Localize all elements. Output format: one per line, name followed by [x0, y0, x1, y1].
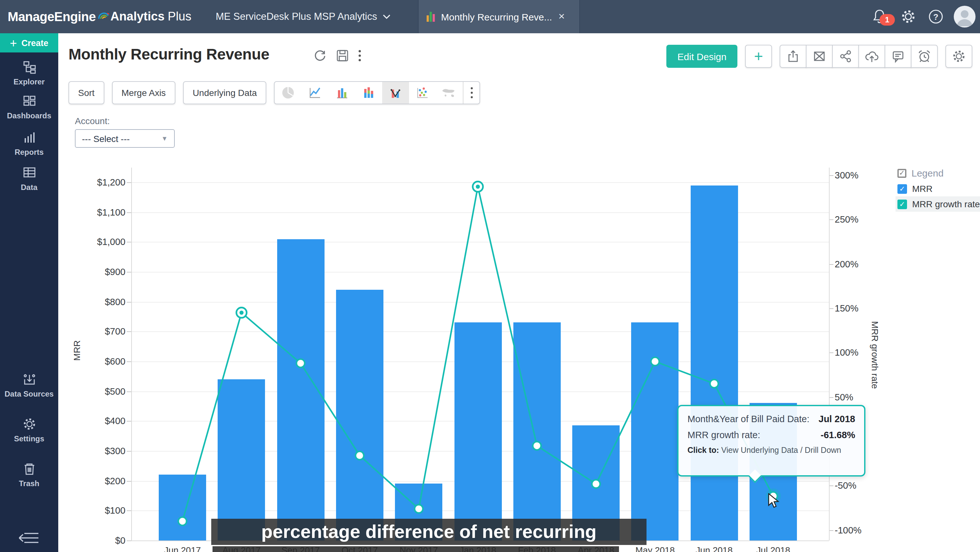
tick-mark — [127, 451, 131, 452]
tick-mark — [127, 421, 131, 422]
tab-monthly-recurring-revenue[interactable]: Monthly Recurring Reve... × — [418, 0, 580, 33]
chevron-down-icon — [383, 14, 390, 19]
sidebar: + Create Explorer Dashboards Reports — [0, 33, 58, 552]
help-icon: ? — [928, 8, 944, 25]
chart-tooltip: Month&Year of Bill Paid Date: Jul 2018 M… — [677, 405, 865, 476]
tooltip-row2-value: -61.68% — [821, 430, 855, 440]
subtitle-bar-2 — [213, 546, 619, 552]
data-table-icon — [21, 165, 37, 180]
tick-mark — [829, 486, 834, 487]
y-axis-tick-left: $800 — [74, 297, 126, 307]
tick-mark — [127, 272, 131, 273]
legend-item-mrr[interactable]: ✓ MRR — [896, 181, 980, 197]
growth-point-center[interactable] — [239, 311, 243, 315]
help-button[interactable]: ? — [928, 0, 944, 33]
sidebar-item-trash[interactable]: Trash — [0, 461, 58, 488]
y-axis-tick-left: $100 — [74, 506, 126, 516]
sidebar-item-explorer[interactable]: Explorer — [0, 59, 58, 86]
y-axis-line-right — [829, 168, 830, 541]
brand-analytics: Analytics — [110, 10, 164, 24]
y-axis-tick-left: $600 — [74, 356, 126, 366]
data-sources-icon — [21, 372, 37, 387]
brand-manageengine: ManageEngine — [8, 9, 96, 24]
collapse-arrow-icon — [18, 531, 40, 545]
growth-point[interactable] — [710, 380, 718, 388]
dashboards-icon — [21, 94, 37, 109]
reports-icon — [21, 130, 37, 145]
y-axis-tick-left: $300 — [74, 446, 126, 456]
y-axis-tick-left: $400 — [74, 416, 126, 426]
y-axis-tick-right: 100% — [835, 347, 873, 358]
legend-title: Legend — [912, 168, 943, 178]
tooltip-row1-label: Month&Year of Bill Paid Date: — [687, 414, 810, 424]
sidebar-item-reports[interactable]: Reports — [0, 130, 58, 157]
y-axis-tick-right: -50% — [835, 481, 873, 491]
admin-settings-button[interactable] — [900, 0, 916, 33]
growth-point[interactable] — [592, 480, 600, 488]
brand-plus: Plus — [168, 10, 191, 24]
user-avatar[interactable] — [954, 0, 975, 33]
create-button[interactable]: + Create — [0, 33, 58, 52]
tick-mark — [127, 391, 131, 392]
y-axis-tick-right: -100% — [835, 525, 873, 535]
tick-mark — [829, 530, 834, 531]
tick-mark — [127, 511, 131, 511]
mrr-growth-checkbox[interactable]: ✓ — [897, 199, 907, 209]
y-axis-tick-right: 200% — [835, 259, 873, 269]
tick-mark — [127, 301, 131, 302]
sidebar-item-settings[interactable]: Settings — [0, 416, 58, 443]
y-axis-tick-left: $1,100 — [74, 207, 126, 217]
growth-point[interactable] — [296, 359, 305, 368]
tick-mark — [127, 182, 131, 183]
legend-item-mrr-growth[interactable]: ✓ MRR growth rate — [896, 197, 980, 212]
y-axis-tick-left: $900 — [74, 267, 126, 277]
sidebar-item-dashboards[interactable]: Dashboards — [0, 94, 58, 120]
growth-point[interactable] — [533, 442, 541, 450]
tab-close-icon[interactable]: × — [558, 10, 565, 23]
svg-text:?: ? — [933, 12, 939, 22]
y-axis-tick-right: 300% — [835, 170, 873, 180]
tick-mark — [829, 397, 834, 398]
growth-point-center[interactable] — [476, 184, 480, 189]
app-window: $1,200$1,100$1,000$900$800$700$600$500$4… — [0, 0, 980, 552]
settings-gear-icon — [21, 416, 37, 432]
growth-point[interactable] — [178, 517, 186, 525]
legend-toggle[interactable]: ✓ Legend — [896, 165, 980, 181]
explorer-icon — [21, 59, 37, 75]
brand-logo[interactable]: ManageEngine Analytics Plus — [8, 0, 191, 33]
x-axis-label: May 2018 — [626, 545, 684, 552]
sidebar-item-data[interactable]: Data — [0, 165, 58, 192]
tick-mark — [127, 362, 131, 362]
legend-checkbox[interactable]: ✓ — [897, 168, 907, 178]
plus-icon: + — [10, 37, 17, 49]
sidebar-item-data-sources[interactable]: Data Sources — [0, 372, 58, 398]
growth-point[interactable] — [356, 451, 364, 460]
tick-mark — [829, 264, 834, 265]
mrr-checkbox[interactable]: ✓ — [897, 184, 907, 194]
manageengine-swoosh-icon — [97, 10, 110, 23]
tick-mark — [829, 219, 834, 220]
gear-icon — [900, 8, 916, 25]
workspace-switcher[interactable]: ME ServiceDesk Plus MSP Analytics — [216, 0, 390, 33]
growth-point[interactable] — [651, 357, 659, 366]
x-axis-label: Jul 2018 — [744, 545, 803, 552]
bar-chart-icon — [426, 11, 435, 22]
tooltip-footer[interactable]: Click to: View Underlying Data / Drill D… — [687, 446, 855, 455]
mrr-growth-line-series — [131, 168, 829, 541]
y-axis-tick-left: $700 — [74, 327, 126, 337]
tick-mark — [127, 242, 131, 243]
top-bar: ManageEngine Analytics Plus ME ServiceDe… — [0, 0, 980, 33]
tick-mark — [127, 541, 131, 541]
tick-mark — [127, 332, 131, 332]
y-axis-tick-left: $1,000 — [74, 237, 126, 247]
y-axis-tick-right: 250% — [835, 214, 873, 225]
y-axis-tick-left: $200 — [74, 476, 126, 486]
avatar — [954, 6, 975, 27]
y-axis-tick-right: 50% — [835, 392, 873, 402]
tick-mark — [829, 353, 834, 354]
x-axis-label: Jun 2018 — [684, 545, 743, 552]
mouse-cursor — [767, 493, 781, 509]
collapse-sidebar-button[interactable] — [18, 531, 40, 545]
notifications-button[interactable]: 1 — [872, 0, 887, 33]
growth-point[interactable] — [414, 504, 423, 513]
